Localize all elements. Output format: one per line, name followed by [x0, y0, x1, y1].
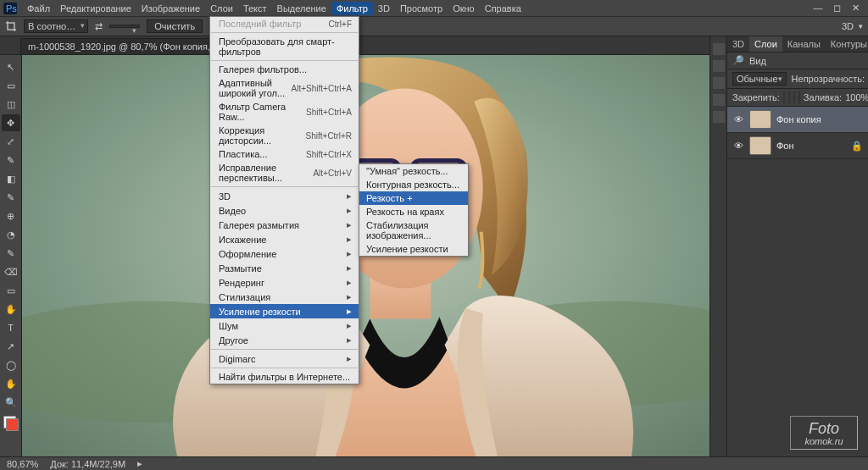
tool-button[interactable]: 🔍: [2, 394, 20, 411]
panel-icon[interactable]: [713, 60, 725, 72]
workspace-label[interactable]: 3D: [842, 21, 854, 31]
menu-row[interactable]: Видео▸: [210, 203, 359, 218]
submenu-row[interactable]: Резкость +: [359, 191, 468, 205]
fill-value[interactable]: 100%: [845, 92, 868, 102]
fill-label: Заливка:: [804, 92, 842, 102]
menu-item[interactable]: 3D: [373, 2, 395, 15]
zoom-level[interactable]: 80,67%: [7, 459, 38, 469]
maximize-icon[interactable]: ◻: [829, 3, 844, 14]
panel-tab[interactable]: 3D: [727, 36, 749, 52]
menu-item[interactable]: Фильтр: [331, 2, 373, 15]
tool-button[interactable]: ✎: [2, 152, 20, 169]
menu-row[interactable]: Преобразовать для смарт-фильтров: [210, 35, 359, 58]
panel-icon[interactable]: [713, 94, 725, 106]
panel-icon[interactable]: [713, 43, 725, 55]
layer-name[interactable]: Фон: [776, 141, 846, 151]
tool-button[interactable]: ◫: [2, 96, 20, 113]
submenu-row[interactable]: Контурная резкость...: [359, 178, 468, 191]
menu-row[interactable]: Пластика...Shift+Ctrl+X: [210, 147, 359, 161]
menu-row[interactable]: Шум▸: [210, 318, 359, 333]
tool-button[interactable]: ✎: [2, 189, 20, 206]
width-field[interactable]: [109, 25, 140, 28]
panel-tabs: 3DСлоиКаналыКонтурыИстория: [727, 36, 868, 53]
layer-name[interactable]: Фон копия: [776, 114, 863, 124]
tool-button[interactable]: ↖: [2, 58, 20, 75]
menu-item[interactable]: Окно: [448, 2, 480, 15]
visibility-icon[interactable]: 👁: [732, 114, 744, 124]
tool-button[interactable]: ✋: [2, 301, 20, 318]
lock-pixels-icon[interactable]: [788, 91, 790, 103]
submenu-row[interactable]: "Умная" резкость...: [359, 164, 468, 178]
svg-text:Ps: Ps: [6, 3, 17, 14]
lock-all-icon[interactable]: [798, 91, 800, 103]
tool-button[interactable]: ◔: [2, 226, 20, 243]
layer-thumb: [749, 110, 771, 129]
menu-row[interactable]: 3D▸: [210, 189, 359, 203]
tool-button[interactable]: ✋: [2, 375, 20, 392]
tool-button[interactable]: ▭: [2, 77, 20, 94]
status-arrow-icon[interactable]: ▸: [137, 458, 142, 469]
minimize-icon[interactable]: —: [810, 3, 826, 14]
menu-item[interactable]: Изображение: [136, 2, 205, 15]
menu-item[interactable]: Редактирование: [55, 2, 136, 15]
color-swatches[interactable]: [3, 416, 19, 431]
menu-row[interactable]: Галерея размытия▸: [210, 218, 359, 232]
menu-row[interactable]: Исправление перспективы...Alt+Ctrl+V: [210, 161, 359, 185]
panels: 3DСлоиКаналыКонтурыИстория 🔎 Вид Обычные…: [726, 36, 868, 456]
aspect-ratio-select[interactable]: В соотно…: [24, 19, 88, 33]
layer-row[interactable]: 👁Фон🔒: [727, 133, 868, 159]
tool-button[interactable]: ◧: [2, 170, 20, 187]
menu-row[interactable]: Коррекция дисторсии...Shift+Ctrl+R: [210, 124, 359, 147]
submenu-row[interactable]: Усиление резкости: [359, 242, 468, 256]
tool-button[interactable]: ⌫: [2, 263, 20, 280]
menu-item[interactable]: Файл: [22, 2, 55, 15]
lock-position-icon[interactable]: [793, 91, 795, 103]
menubar: Ps ФайлРедактированиеИзображениеСлоиТекс…: [0, 0, 868, 16]
tool-button[interactable]: ✥: [2, 114, 20, 131]
menu-row[interactable]: Галерея фильтров...: [210, 63, 359, 76]
clear-button[interactable]: Очистить: [147, 19, 203, 33]
lock-fill-bar: Закрепить: Заливка: 100%: [727, 89, 868, 107]
menu-item[interactable]: Текст: [238, 2, 272, 15]
blend-mode-select[interactable]: Обычные: [732, 72, 787, 86]
menu-item[interactable]: Выделение: [272, 2, 331, 15]
menu-row[interactable]: Найти фильтры в Интернете...: [210, 370, 359, 384]
swap-icon[interactable]: ⇄: [95, 21, 103, 32]
visibility-icon[interactable]: 👁: [732, 141, 744, 151]
menu-item[interactable]: Справка: [480, 2, 526, 15]
tool-button[interactable]: ⤢: [2, 133, 20, 150]
panel-tab[interactable]: Слои: [749, 36, 782, 52]
tool-button[interactable]: T: [2, 319, 20, 336]
menu-row[interactable]: Другое▸: [210, 333, 359, 347]
status-bar: 80,67% Док: 11,4M/22,9M ▸: [0, 456, 868, 470]
tool-button[interactable]: ◯: [2, 357, 20, 373]
menu-item[interactable]: Слои: [205, 2, 238, 15]
lock-icon: 🔒: [851, 141, 863, 152]
lock-trans-icon[interactable]: [783, 91, 785, 103]
menu-row[interactable]: Искажение▸: [210, 232, 359, 246]
layer-row[interactable]: 👁Фон копия: [727, 107, 868, 133]
menu-item[interactable]: Просмотр: [395, 2, 448, 15]
menu-row[interactable]: Фильтр Camera Raw...Shift+Ctrl+A: [210, 100, 359, 124]
tool-button[interactable]: ▭: [2, 282, 20, 299]
menu-row[interactable]: Стилизация▸: [210, 290, 359, 304]
panel-icon[interactable]: [713, 111, 725, 123]
filter-icon[interactable]: 🔎: [732, 55, 744, 66]
submenu-row[interactable]: Стабилизация изображения...: [359, 218, 468, 242]
menu-row[interactable]: Усиление резкости▸: [210, 304, 359, 318]
panel-tab[interactable]: Каналы: [782, 36, 826, 52]
menu-row[interactable]: Оформление▸: [210, 246, 359, 261]
panel-icon[interactable]: [713, 77, 725, 89]
menu-row[interactable]: Размытие▸: [210, 261, 359, 275]
menu-row[interactable]: Адаптивный широкий угол...Alt+Shift+Ctrl…: [210, 76, 359, 100]
menu-row[interactable]: Digimarc▸: [210, 351, 359, 366]
menu-row[interactable]: Рендеринг▸: [210, 275, 359, 290]
tool-button[interactable]: ↗: [2, 338, 20, 355]
tool-button[interactable]: ✎: [2, 245, 20, 262]
close-icon[interactable]: ✕: [848, 3, 863, 14]
toolbox: ↖▭◫✥⤢✎◧✎⊕◔✎⌫▭✋T↗◯✋🔍: [0, 55, 22, 456]
collapsed-panel-strip: [709, 36, 726, 456]
submenu-row[interactable]: Резкость на краях: [359, 205, 468, 218]
tool-button[interactable]: ⊕: [2, 207, 20, 224]
panel-tab[interactable]: Контуры: [826, 36, 868, 52]
